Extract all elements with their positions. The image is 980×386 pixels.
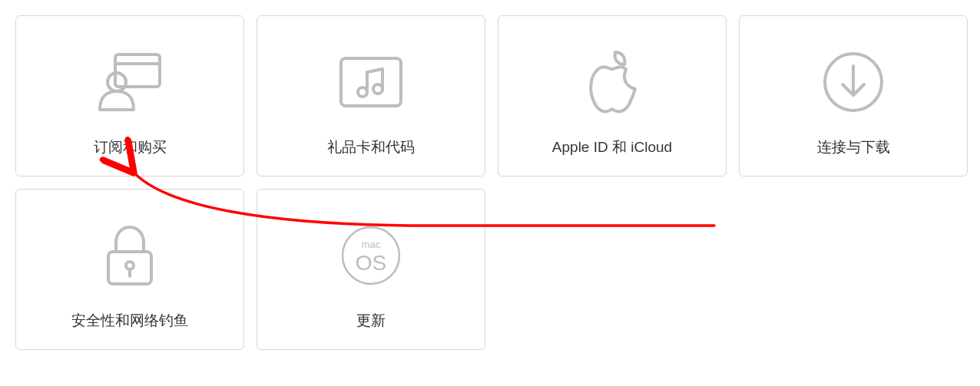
svg-rect-0 — [115, 54, 160, 87]
tile-label: 安全性和网络钓鱼 — [71, 311, 188, 331]
download-circle-icon — [740, 44, 967, 120]
svg-line-8 — [367, 69, 382, 72]
tile-label: 订阅和购买 — [94, 137, 167, 157]
support-topic-grid: 订阅和购买 礼品卡和代码 Apple ID 和 i — [15, 15, 968, 350]
person-card-icon — [16, 44, 243, 120]
tile-label: 更新 — [356, 311, 386, 331]
tile-subscriptions-purchases[interactable]: 订阅和购买 — [15, 15, 244, 177]
apple-icon — [498, 44, 726, 120]
svg-text:mac: mac — [362, 239, 381, 250]
tile-label: 连接与下载 — [817, 137, 890, 157]
giftcard-music-icon — [257, 44, 485, 120]
tile-security-phishing[interactable]: 安全性和网络钓鱼 — [15, 189, 244, 350]
tile-label: Apple ID 和 iCloud — [552, 137, 672, 157]
tile-appleid-icloud[interactable]: Apple ID 和 iCloud — [498, 15, 727, 177]
tile-connect-download[interactable]: 连接与下载 — [739, 15, 968, 177]
tile-giftcards-codes[interactable]: 礼品卡和代码 — [257, 15, 485, 177]
macos-badge-icon: mac OS — [257, 217, 485, 294]
tile-label: 礼品卡和代码 — [327, 137, 415, 157]
svg-text:OS: OS — [356, 251, 386, 275]
tile-update[interactable]: mac OS 更新 — [257, 189, 485, 350]
lock-icon — [16, 217, 243, 294]
svg-rect-3 — [341, 58, 401, 106]
